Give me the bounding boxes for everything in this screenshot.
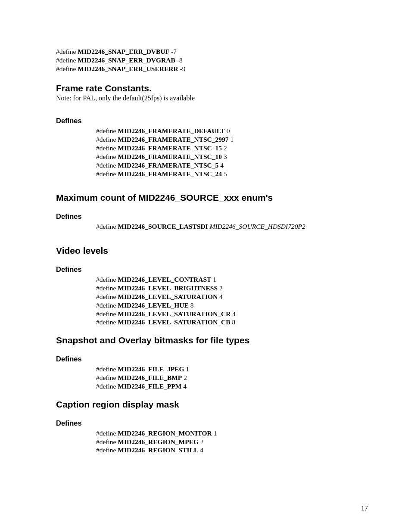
define-row: #define MID2246_SOURCE_LASTSDI MID2246_S… bbox=[96, 222, 368, 231]
defines-block: #define MID2246_FILE_JPEG 1 #define MID2… bbox=[96, 365, 368, 390]
define-kw: #define bbox=[96, 293, 116, 300]
define-kw: #define bbox=[96, 153, 116, 160]
define-name: MID2246_REGION_MPEG bbox=[118, 438, 199, 445]
defines-heading: Defines bbox=[56, 212, 368, 221]
define-name: MID2246_LEVEL_SATURATION_CB bbox=[118, 318, 230, 326]
define-row: #define MID2246_REGION_MPEG 2 bbox=[96, 438, 368, 446]
define-name: MID2246_SOURCE_LASTSDI bbox=[118, 223, 208, 230]
section-title-max-source: Maximum count of MID2246_SOURCE_xxx enum… bbox=[56, 193, 368, 203]
define-row: #define MID2246_FRAMERATE_NTSC_2997 1 bbox=[96, 135, 368, 144]
define-val: -8 bbox=[177, 56, 183, 64]
define-name: MID2246_REGION_MONITOR bbox=[118, 429, 212, 437]
define-name: MID2246_SNAP_ERR_DVGRAB bbox=[78, 56, 175, 64]
define-row: #define MID2246_FRAMERATE_NTSC_5 4 bbox=[96, 161, 368, 170]
define-name: MID2246_LEVEL_HUE bbox=[118, 302, 189, 309]
define-name: MID2246_FRAMERATE_NTSC_24 bbox=[118, 170, 222, 177]
defines-block: #define MID2246_FRAMERATE_DEFAULT 0 #def… bbox=[96, 127, 368, 178]
define-name: MID2246_SNAP_ERR_USERERR bbox=[78, 65, 178, 72]
define-kw: #define bbox=[96, 136, 116, 143]
define-val: 0 bbox=[227, 127, 230, 134]
define-row: #define MID2246_SNAP_ERR_DVBUF -7 bbox=[56, 47, 368, 56]
define-kw: #define bbox=[96, 127, 116, 134]
define-name: MID2246_FILE_BMP bbox=[118, 374, 182, 381]
define-val: 2 bbox=[219, 284, 223, 292]
define-row: #define MID2246_LEVEL_BRIGHTNESS 2 bbox=[96, 284, 368, 292]
define-val: 5 bbox=[224, 170, 227, 177]
define-row: #define MID2246_SNAP_ERR_USERERR -9 bbox=[56, 65, 368, 73]
define-row: #define MID2246_LEVEL_SATURATION_CR 4 bbox=[96, 310, 368, 318]
define-kw: #define bbox=[96, 223, 116, 230]
define-row: #define MID2246_FRAMERATE_NTSC_10 3 bbox=[96, 152, 368, 161]
define-val: 3 bbox=[224, 153, 227, 160]
defines-heading: Defines bbox=[56, 419, 368, 427]
define-val: 1 bbox=[186, 365, 189, 373]
define-val: 4 bbox=[219, 293, 223, 300]
define-row: #define MID2246_LEVEL_CONTRAST 1 bbox=[96, 275, 368, 284]
define-row: #define MID2246_FRAMERATE_NTSC_15 2 bbox=[96, 144, 368, 152]
defines-block: #define MID2246_LEVEL_CONTRAST 1 #define… bbox=[96, 275, 368, 327]
define-name: MID2246_FILE_JPEG bbox=[118, 365, 184, 373]
define-kw: #define bbox=[96, 318, 116, 326]
define-val: 4 bbox=[232, 310, 236, 317]
page: #define MID2246_SNAP_ERR_DVBUF -7 #defin… bbox=[0, 0, 411, 532]
define-kw: #define bbox=[96, 446, 116, 454]
define-val: 1 bbox=[214, 429, 217, 437]
section-note: Note: for PAL, only the default(25fps) i… bbox=[56, 94, 368, 102]
define-val: 2 bbox=[184, 374, 187, 381]
define-kw: #define bbox=[96, 383, 116, 390]
define-row: #define MID2246_FILE_JPEG 1 bbox=[96, 365, 368, 373]
section-title-frame-rate: Frame rate Constants. bbox=[56, 83, 368, 93]
define-val: -9 bbox=[180, 65, 186, 72]
define-row: #define MID2246_FRAMERATE_DEFAULT 0 bbox=[96, 127, 368, 135]
define-name: MID2246_SNAP_ERR_DVBUF bbox=[78, 48, 169, 55]
define-kw: #define bbox=[96, 374, 116, 381]
define-val: 1 bbox=[230, 136, 234, 143]
define-row: #define MID2246_FILE_PPM 4 bbox=[96, 382, 368, 391]
define-name: MID2246_REGION_STILL bbox=[118, 446, 198, 454]
define-name: MID2246_FRAMERATE_NTSC_2997 bbox=[118, 136, 228, 143]
define-kw: #define bbox=[96, 170, 116, 177]
define-val: 8 bbox=[232, 318, 235, 326]
defines-block: #define MID2246_REGION_MONITOR 1 #define… bbox=[96, 429, 368, 454]
define-kw: #define bbox=[96, 310, 116, 317]
section-title-caption-region: Caption region display mask bbox=[56, 399, 368, 410]
defines-heading: Defines bbox=[56, 265, 368, 274]
top-defines-block: #define MID2246_SNAP_ERR_DVBUF -7 #defin… bbox=[56, 47, 368, 73]
define-val: 2 bbox=[224, 144, 227, 152]
define-name: MID2246_FRAMERATE_DEFAULT bbox=[118, 127, 225, 134]
define-val: 4 bbox=[183, 383, 187, 390]
defines-block: #define MID2246_SOURCE_LASTSDI MID2246_S… bbox=[96, 222, 368, 231]
section-title-video-levels: Video levels bbox=[56, 246, 368, 256]
define-name: MID2246_FRAMERATE_NTSC_5 bbox=[118, 162, 218, 169]
define-kw: #define bbox=[56, 48, 76, 55]
define-row: #define MID2246_FRAMERATE_NTSC_24 5 bbox=[96, 170, 368, 178]
define-kw: #define bbox=[96, 162, 116, 169]
define-val: 2 bbox=[200, 438, 204, 445]
define-name: MID2246_LEVEL_SATURATION_CR bbox=[118, 310, 230, 317]
defines-heading: Defines bbox=[56, 355, 368, 363]
define-row: #define MID2246_SNAP_ERR_DVGRAB -8 bbox=[56, 56, 368, 65]
define-val: 4 bbox=[200, 446, 203, 454]
define-kw: #define bbox=[56, 65, 76, 72]
defines-heading: Defines bbox=[56, 117, 368, 125]
page-number: 17 bbox=[361, 504, 368, 512]
define-row: #define MID2246_REGION_MONITOR 1 bbox=[96, 429, 368, 438]
define-kw: #define bbox=[56, 56, 76, 64]
define-kw: #define bbox=[96, 276, 116, 283]
define-name: MID2246_FRAMERATE_NTSC_10 bbox=[118, 153, 222, 160]
define-val: 8 bbox=[190, 302, 194, 309]
define-name: MID2246_LEVEL_BRIGHTNESS bbox=[118, 284, 218, 292]
define-name: MID2246_LEVEL_SATURATION bbox=[118, 293, 218, 300]
define-val: MID2246_SOURCE_HDSDI720P2 bbox=[210, 223, 305, 230]
define-kw: #define bbox=[96, 144, 116, 152]
define-val: -7 bbox=[171, 48, 177, 55]
define-kw: #define bbox=[96, 365, 116, 373]
define-kw: #define bbox=[96, 302, 116, 309]
define-row: #define MID2246_LEVEL_SATURATION_CB 8 bbox=[96, 318, 368, 327]
section-title-snapshot-overlay: Snapshot and Overlay bitmasks for file t… bbox=[56, 335, 368, 345]
define-kw: #define bbox=[96, 284, 116, 292]
define-name: MID2246_LEVEL_CONTRAST bbox=[118, 276, 211, 283]
define-val: 4 bbox=[220, 162, 224, 169]
define-name: MID2246_FILE_PPM bbox=[118, 383, 181, 390]
define-row: #define MID2246_LEVEL_HUE 8 bbox=[96, 301, 368, 310]
